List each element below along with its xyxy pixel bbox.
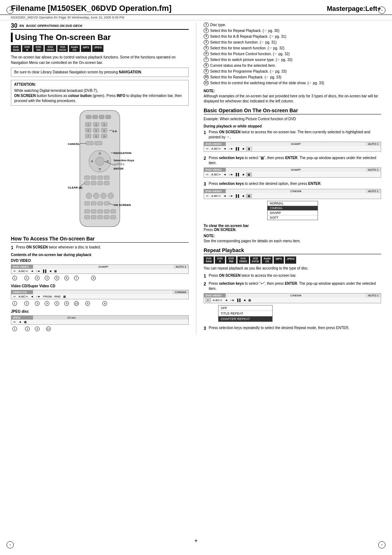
numbered-list: 1Disc type. 2Select this for Repeat Play… [204,23,381,86]
option-normal: NORMAL [268,201,318,206]
b1-label: DVD-VIDEO [204,142,226,146]
dvd-callout-1: 1 [12,276,17,280]
b2-title: SHARP [226,168,366,172]
vcd-label: Video CD/Super Video CD [11,284,189,288]
dvd-callout-8: 8 [91,276,96,280]
basic-op-heading: Basic Operation On The On-screen Bar [204,108,381,114]
r-badge-dvd-r: DVDR [215,256,225,263]
note-box-2: NOTE: See the corresponding pages for de… [204,234,381,244]
svg-rect-45 [85,181,90,185]
option-cinema: CINEMA [268,206,318,211]
svg-rect-62 [91,210,96,213]
reg-mark-tr: + [378,7,385,14]
filename-title: Filename [M150SEK_06DVD Operation.fm] [11,4,172,13]
vcd-bar-title [33,290,173,294]
step-how-1-num: 1 [11,245,15,251]
basic-step-3: 3 Press selection keys to select the des… [204,181,381,187]
repeat-title: TITLE REPEAT [219,311,272,316]
repeat-bar: DVD-VIDEO CINEMA AUTO 1 ⇐ A-BC⇒ ◄ ○► ▌▌ … [204,293,381,303]
vcd-bar: VIDEO-CD CINEMA ⇐ A-BC⇒ ◄ ○► PRGM RND ▦ [11,290,189,299]
basic-step-3-text: Press selection keys to select the desir… [209,181,381,187]
dvd-callout-4: 4 [45,276,49,280]
dvd-bar-title: SHARP [33,265,173,269]
svg-rect-69 [104,215,109,219]
dvd-bar-auto: AUTO 1 [173,265,188,269]
svg-rect-41 [85,176,90,179]
basic-bar-3-wrap: DVD-VIDEO CINEMA AUTO 1 ⇐ A-BC⇒ ◄ ○► ▌▌ … [204,189,381,220]
jpeg-bar: JPEG 10 sec ⇐ ◄ ▦ [11,315,189,325]
svg-rect-25 [86,141,93,145]
r-badge-dvd-video: DVDVIDEO [237,256,249,263]
dvd-callout-6: 6 [64,276,69,280]
list-item-10: 10Select this for Random Playback. (☞ pg… [204,75,381,80]
clear-note-text: Press ON SCREEN. [204,228,381,232]
dvd-video-bar-wrap: DVD-VIDEO SHARP AUTO 1 ⇐ A-BC⇒ ◄ ○► ▌▌ ■… [11,264,189,280]
svg-text:1: 1 [87,123,89,126]
b3-label: DVD-VIDEO [204,189,226,193]
svg-text:ENTER: ENTER [114,167,123,170]
svg-rect-57 [98,202,103,205]
page-number: 30 [11,23,17,29]
svg-point-30 [95,157,104,166]
basic-op-intro: Example: When selecting Picture Control … [204,117,381,122]
repeat-menu: OFF TITLE REPEAT CHAPTER REPEAT [218,305,273,322]
repeat-chapter: CHAPTER REPEAT [219,316,272,321]
jpeg-bar-wrap: JPEG 10 sec ⇐ ◄ ▦ 1 2 4 11 [11,315,189,331]
svg-text:(△▽◁▷): (△▽◁▷) [114,162,124,166]
basic-step-1-num: 1 [204,130,207,140]
basic-step-2-num: 2 [204,155,207,166]
left-column: 30 EN BASIC OPERATIONS ON DVD DECK Using… [11,23,189,335]
b2-controls: ⇐ A-BC⇒ ◄ ○► ▌▌ ■ ▦ [204,172,381,177]
repeat-step-3-text: Press selection keys repeatedly to selec… [209,325,381,332]
jpeg-bar-controls: ⇐ ◄ ▦ [11,320,188,324]
badge-audio-cd: AudioCD [69,45,80,52]
attention-line1: While watching Digital terrestrial broad… [14,88,185,93]
step-how-1-content: Press ON SCREEN twice whenever a disc is… [16,245,189,251]
dvd-callout-3: 3 [35,276,40,280]
badge-dvd-r: DVDR [22,45,32,52]
bottom-center-mark: + [194,538,197,544]
dvd-callout-row: 1 2 3 4 5 6 7 8 [11,276,189,280]
main-heading: Using The On-screen Bar [11,33,189,42]
badge-vcd: VCDSVCD [57,45,68,52]
vcd-bar-label: VIDEO-CD [11,290,33,294]
list-item-5: 5Select this for time search function. (… [204,46,381,51]
repeat-badge-row: DVDRAM DVDR DVDRW DVDVIDEO VCDSVCD Audio… [204,256,381,263]
badge-dvd-rw: DVDRW [33,45,44,52]
svg-rect-47 [98,181,103,185]
list-item-11: 11Select this to control the switching i… [204,81,381,86]
vcd-bar-wrap: VIDEO-CD CINEMA ⇐ A-BC⇒ ◄ ○► PRGM RND ▦ … [11,290,189,306]
reg-mark-br: + [378,541,385,548]
jpeg-label: JPEG disc [11,309,189,313]
svg-rect-48 [104,181,109,185]
vcd-callout-row: 1 2 3 4 5 9 10 6 8 [11,301,189,306]
r-badge-jpeg: JPEG [285,256,296,263]
svg-point-53 [101,193,106,199]
list-item-1: 1Disc type. [204,23,381,28]
option-soft: SOFT [268,215,318,220]
list-item-4: 4Select this for search function. (☞ pg.… [204,40,381,45]
jpeg-timer: 10 sec [33,316,110,320]
remote-diagram: 1 2 3 4 5 6 7 8 9 0-9 [42,109,158,232]
note-text-1: Although examples of the on-screen bar a… [204,94,378,103]
r-badge-dvd-rw: DVDRW [226,256,236,263]
dvd-bar-label: DVD-VIDEO [11,265,33,269]
b3-title: CINEMA [226,189,366,193]
list-item-8: 8Current status area for the selected it… [204,63,381,68]
b1-title: SHARP [226,142,366,146]
svg-point-51 [86,193,92,199]
r-badge-dvd-ram: DVDRAM [204,256,214,263]
svg-text:4: 4 [87,129,89,132]
list-item-6: 6Select this for Picture Control functio… [204,52,381,57]
rb-auto: AUTO 1 [366,293,381,297]
right-column: 1Disc type. 2Select this for Repeat Play… [196,23,381,335]
svg-rect-46 [91,181,96,185]
svg-rect-58 [104,202,109,205]
svg-rect-43 [98,176,103,179]
svg-rect-3 [99,115,104,119]
repeat-step-1-num: 1 [204,273,207,279]
svg-text:Selection Keys: Selection Keys [114,159,134,162]
reg-mark-tl: + [7,7,14,14]
jpeg-spacer [110,316,188,320]
attention-line2: ON SCREEN button functions as colour but… [14,93,185,104]
